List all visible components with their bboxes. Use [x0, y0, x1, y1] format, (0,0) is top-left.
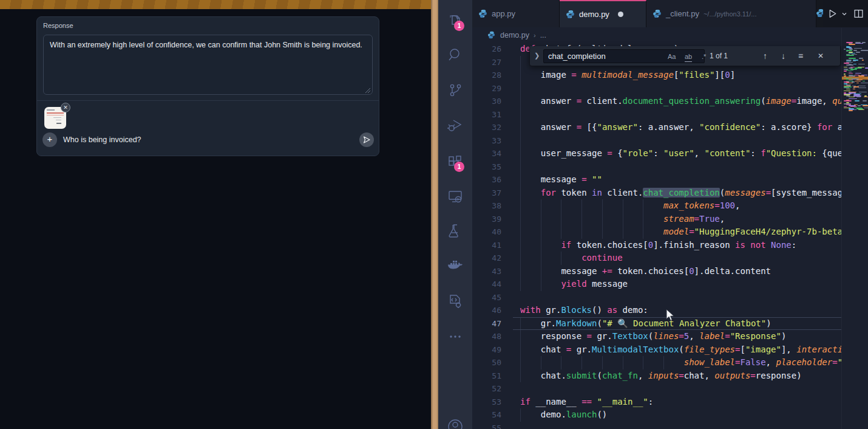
code-line-34[interactable]: 34 user_message = {"role": "user", "cont…: [472, 147, 841, 160]
send-button[interactable]: [359, 132, 374, 147]
search-icon[interactable]: [447, 46, 464, 63]
minimap-line: [861, 50, 868, 51]
minimap[interactable]: [841, 28, 868, 429]
line-number: 29: [472, 82, 501, 95]
minimap-line: [864, 97, 868, 98]
code-line-35[interactable]: 35: [472, 160, 841, 174]
run-button[interactable]: [827, 9, 838, 19]
code-text: if __name__ == "__main__":: [520, 396, 653, 409]
find-in-selection-button[interactable]: ≡: [798, 46, 803, 66]
minimap-line: [853, 64, 856, 65]
line-number: 54: [472, 408, 501, 422]
breadcrumb[interactable]: demo.py › ...: [472, 27, 841, 43]
tab-demo-py[interactable]: demo.py: [560, 0, 646, 27]
code-line-38[interactable]: 38 max_tokens=100,: [472, 199, 841, 213]
code-text: continue: [520, 252, 623, 265]
minimap-line: [855, 73, 861, 74]
code-line-47[interactable]: 47 gr.Markdown("# 🔍 Document Analyzer Ch…: [472, 317, 841, 331]
line-number: 34: [472, 147, 501, 160]
code-line-55[interactable]: 55: [472, 422, 841, 429]
line-number: 53: [472, 396, 501, 409]
run-dropdown-chevron-icon[interactable]: [841, 11, 847, 17]
code-line-40[interactable]: 40 model="HuggingFaceH4/zephyr-7b-beta"): [472, 225, 841, 239]
tab-client-py[interactable]: _client.py ~/.../python3.11/...: [646, 0, 816, 27]
code-line-36[interactable]: 36 message = "": [472, 173, 841, 187]
line-number: 46: [472, 304, 501, 317]
tasks-file-icon[interactable]: [447, 293, 464, 310]
line-number: 41: [472, 239, 501, 252]
line-number: 44: [472, 278, 501, 291]
code-line-44[interactable]: 44 yield message: [472, 278, 841, 291]
line-number: 37: [472, 187, 501, 200]
code-line-49[interactable]: 49 chat = gr.MultimodalTextbox(file_type…: [472, 343, 841, 357]
minimap-line: [856, 83, 860, 84]
code-line-43[interactable]: 43 message += token.choices[0].delta.con…: [472, 265, 841, 278]
find-next-button[interactable]: ↓: [781, 46, 785, 66]
tab-bar: app.py demo.py _client.py ~/.../python3.…: [472, 0, 868, 27]
code-line-33[interactable]: 33: [472, 134, 841, 148]
code-line-51[interactable]: 51 chat.submit(chat_fn, inputs=chat, out…: [472, 369, 841, 383]
code-text: if token.choices[0].finish_reason is not…: [520, 239, 796, 252]
code-line-42[interactable]: 42 continue: [472, 252, 841, 265]
minimap-line: [849, 75, 855, 77]
minimap-line: [865, 67, 868, 69]
regex-toggle[interactable]: .*: [702, 52, 706, 61]
more-actions-icon[interactable]: [447, 328, 464, 345]
code-line-45[interactable]: 45: [472, 291, 841, 304]
match-case-toggle[interactable]: Aa: [668, 52, 676, 61]
python-file-icon: [478, 9, 487, 18]
minimap-line: [846, 51, 848, 52]
code-text: message += token.choices[0].delta.conten…: [520, 265, 771, 278]
code-line-52[interactable]: 52: [472, 382, 841, 396]
run-debug-icon[interactable]: [447, 117, 464, 134]
split-editor-icon[interactable]: [853, 9, 864, 19]
code-line-46[interactable]: 46with gr.Blocks() as demo:: [472, 304, 841, 317]
line-number: 27: [472, 56, 501, 69]
minimap-line: [844, 75, 846, 77]
resize-handle-icon[interactable]: [364, 86, 371, 93]
find-results-count: 1 of 1: [710, 46, 728, 66]
code-line-41[interactable]: 41 if token.choices[0].finish_reason is …: [472, 239, 841, 252]
breadcrumb-file[interactable]: demo.py: [500, 31, 529, 39]
line-number: 30: [472, 95, 501, 108]
testing-icon[interactable]: [447, 222, 464, 239]
code-line-31[interactable]: 31: [472, 108, 841, 122]
find-previous-button[interactable]: ↑: [763, 46, 767, 66]
line-number: 39: [472, 213, 501, 226]
whole-word-toggle[interactable]: ab: [685, 52, 692, 62]
account-icon[interactable]: [447, 418, 464, 429]
code-line-50[interactable]: 50 show_label=False, placeholder="Upload…: [472, 356, 841, 369]
find-collapse-chevron-icon[interactable]: ❯: [534, 52, 540, 60]
find-input[interactable]: chat_completion Aa ab .*: [543, 49, 705, 63]
tab-label: app.py: [492, 9, 515, 18]
code-text: demo.launch(): [520, 408, 607, 422]
minimap-line: [861, 83, 868, 84]
chat-input[interactable]: Who is being invoiced?: [63, 136, 141, 144]
code-line-54[interactable]: 54 demo.launch(): [472, 408, 841, 422]
code-line-37[interactable]: 37 for token in client.chat_completion(m…: [472, 187, 841, 200]
code-line-48[interactable]: 48 response = gr.Textbox(lines=5, label=…: [472, 330, 841, 343]
line-number: 48: [472, 330, 501, 343]
add-file-button[interactable]: +: [42, 132, 57, 147]
code-line-29[interactable]: 29: [472, 82, 841, 95]
modified-dot-icon[interactable]: [618, 12, 623, 17]
minimap-line: [853, 61, 856, 62]
minimap-line: [855, 81, 861, 82]
minimap-line: [864, 108, 868, 109]
response-textarea[interactable]: With an extremely high level of confiden…: [43, 35, 373, 95]
line-number: 35: [472, 160, 501, 174]
docker-icon[interactable]: [447, 258, 464, 275]
code-line-32[interactable]: 32 answer = [{"answer": a.answer, "confi…: [472, 121, 841, 134]
remove-image-button[interactable]: ✕: [61, 103, 70, 112]
code-line-39[interactable]: 39 stream=True,: [472, 213, 841, 226]
code-line-28[interactable]: 28 image = multimodal_message["files"][0…: [472, 69, 841, 82]
remote-explorer-icon[interactable]: [447, 188, 464, 205]
tab-app-py[interactable]: app.py: [472, 0, 560, 27]
code-line-30[interactable]: 30 answer = client.document_question_ans…: [472, 95, 841, 108]
breadcrumb-symbol[interactable]: ...: [540, 31, 546, 39]
line-number: 31: [472, 108, 501, 122]
minimap-line: [846, 89, 850, 90]
find-close-button[interactable]: ✕: [818, 46, 824, 66]
code-line-53[interactable]: 53if __name__ == "__main__":: [472, 396, 841, 409]
source-control-icon[interactable]: [447, 81, 464, 98]
